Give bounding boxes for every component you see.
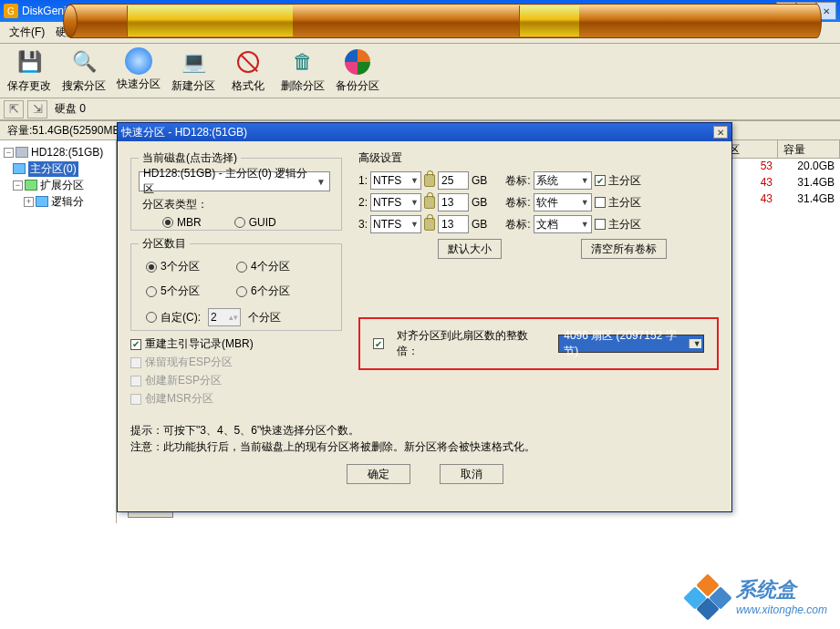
volume-label-select[interactable]: 软件▼ (534, 193, 592, 211)
nav-prev-button[interactable]: ⇱ (4, 100, 24, 119)
size-unit: GB (472, 218, 487, 231)
lock-icon[interactable] (424, 174, 435, 187)
volume-label-select[interactable]: 文档▼ (534, 215, 592, 233)
fs-select[interactable]: NTFS▼ (370, 193, 421, 211)
dialog-titlebar[interactable]: 快速分区 - HD128:(51GB) ✕ (118, 123, 731, 141)
primary-checkbox[interactable] (595, 197, 606, 208)
cancel-button[interactable]: 取消 (440, 464, 503, 484)
table-row[interactable]: 53 20.0GB (723, 159, 840, 175)
delete-icon: 🗑 (288, 47, 317, 77)
size-unit: GB (472, 196, 487, 209)
size-unit: GB (472, 174, 487, 187)
toolbar-quick-label: 快速分区 (117, 77, 161, 92)
toolbar-format-button[interactable]: 格式化 (226, 47, 270, 94)
checkbox-icon (130, 394, 141, 405)
size-input[interactable]: 13 (438, 193, 469, 211)
tree-root[interactable]: − HD128:(51GB) (4, 144, 112, 160)
sector-align-value: 4096 扇区 (2097152 字节) (561, 328, 689, 359)
clear-labels-button[interactable]: 清空所有卷标 (581, 239, 667, 259)
cell-capacity: 31.4GB (778, 191, 840, 208)
fs-value: NTFS (373, 174, 401, 187)
align-highlight-box: 对齐分区到此扇区数的整数倍： 4096 扇区 (2097152 字节) ▼ (358, 317, 719, 370)
table-body: 53 20.0GB 43 31.4GB 43 31.4GB (723, 159, 840, 208)
radio-5-partitions[interactable]: 5个分区 (146, 284, 236, 299)
primary-checkbox[interactable] (595, 219, 606, 230)
radio-icon (236, 262, 247, 273)
tree-primary[interactable]: 主分区(0) (4, 160, 112, 177)
lock-icon[interactable] (424, 218, 435, 231)
checkbox-icon (130, 376, 141, 387)
chevron-down-icon: ▼ (578, 220, 589, 229)
toolbar-search-button[interactable]: 🔍 搜索分区 (62, 47, 106, 94)
volume-label-select[interactable]: 系统▼ (534, 171, 592, 190)
radio-4-partitions[interactable]: 4个分区 (236, 259, 327, 274)
cb-rebuild-mbr[interactable]: 重建主引导记录(MBR) (130, 336, 342, 352)
toolbar-save-button[interactable]: 💾 保存更改 (7, 47, 51, 94)
cell-capacity: 20.0GB (778, 159, 840, 175)
dialog-close-button[interactable]: ✕ (713, 126, 728, 139)
radio-3-partitions[interactable]: 3个分区 (146, 259, 236, 274)
primary-label: 主分区 (608, 173, 641, 189)
partition-slice[interactable] (127, 5, 293, 36)
size-input[interactable]: 13 (438, 215, 469, 233)
radio-guid[interactable]: GUID (234, 216, 276, 229)
new-icon: 💻 (179, 47, 208, 77)
lock-icon[interactable] (424, 196, 435, 209)
save-icon: 💾 (15, 47, 44, 77)
primary-checkbox[interactable] (595, 175, 606, 186)
toolbar-backup-label: 备份分区 (336, 78, 379, 94)
nav-next-button[interactable]: ⇲ (27, 100, 47, 119)
cb-label: 重建主引导记录(MBR) (145, 336, 254, 352)
cb-new-esp: 创建新ESP分区 (130, 373, 342, 388)
chevron-down-icon: ▼ (408, 176, 419, 185)
toolbar-quick-button[interactable]: 快速分区 (117, 47, 161, 94)
size-input[interactable]: 25 (438, 171, 469, 190)
radio-icon (162, 217, 173, 228)
row-index: 3: (358, 218, 368, 231)
radio-custom-partitions[interactable]: 自定(C): 2▴▾ 个分区 (146, 308, 327, 326)
toolbar-backup-button[interactable]: 备份分区 (336, 47, 379, 94)
disk-icon (16, 147, 28, 158)
table-row[interactable]: 43 31.4GB (723, 175, 840, 191)
partition-slice[interactable] (519, 5, 579, 36)
toolbar-delete-button[interactable]: 🗑 删除分区 (281, 47, 325, 94)
extended-icon (25, 180, 37, 191)
fs-select[interactable]: NTFS▼ (370, 171, 421, 190)
default-size-button[interactable]: 默认大小 (438, 239, 502, 259)
fs-select[interactable]: NTFS▼ (370, 215, 421, 233)
expand-icon[interactable]: + (24, 197, 34, 207)
disk-cylinder (66, 4, 822, 38)
custom-count-spinner[interactable]: 2▴▾ (208, 308, 241, 326)
search-icon: 🔍 (69, 47, 99, 77)
hint2-text: 注意：此功能执行后，当前磁盘上的现有分区将被删除。新分区将会被快速格式化。 (130, 438, 719, 455)
volume-label-text: 卷标: (505, 173, 530, 189)
custom-unit-label: 个分区 (248, 310, 281, 325)
table-row[interactable]: 43 31.4GB (723, 191, 840, 208)
chevron-down-icon: ▼ (408, 220, 419, 229)
col-capacity[interactable]: 容量 (778, 140, 840, 158)
advanced-legend: 高级设置 (358, 150, 719, 166)
primary-label: 主分区 (608, 195, 641, 211)
partition-row: 3: NTFS▼ 13 GB 卷标: 文档▼ 主分区 (358, 213, 719, 235)
checkbox-icon (130, 339, 141, 350)
cb-label: 创建新ESP分区 (145, 373, 222, 388)
collapse-icon[interactable]: − (13, 180, 23, 191)
tree-root-label: HD128:(51GB) (31, 146, 103, 159)
tree-extended[interactable]: − 扩展分区 (4, 177, 112, 193)
disk-select-dropdown[interactable]: HD128:(51GB) - 主分区(0) 逻辑分区 ▼ (139, 171, 330, 191)
volume-label-text: 卷标: (505, 195, 530, 211)
menu-file[interactable]: 文件(F) (4, 23, 50, 42)
chevron-down-icon: ▼ (689, 339, 701, 348)
align-checkbox[interactable] (373, 338, 384, 349)
radio-6-partitions[interactable]: 6个分区 (236, 284, 327, 299)
tree-pane: − HD128:(51GB) 主分区(0) − 扩展分区 + 逻辑分 (0, 140, 117, 523)
radio-mbr[interactable]: MBR (162, 216, 202, 229)
tree-logical[interactable]: + 逻辑分 (4, 193, 112, 210)
sector-align-select[interactable]: 4096 扇区 (2097152 字节) ▼ (558, 335, 704, 353)
checkbox-icon (130, 357, 141, 368)
ok-button[interactable]: 确定 (347, 464, 410, 484)
radio-label: 6个分区 (251, 284, 290, 299)
toolbar-new-button[interactable]: 💻 新建分区 (171, 47, 215, 94)
partition-count-group: 分区数目 3个分区 4个分区 5个分区 6个分区 自定(C): 2▴▾ 个分区 (130, 236, 342, 331)
collapse-icon[interactable]: − (4, 148, 14, 158)
